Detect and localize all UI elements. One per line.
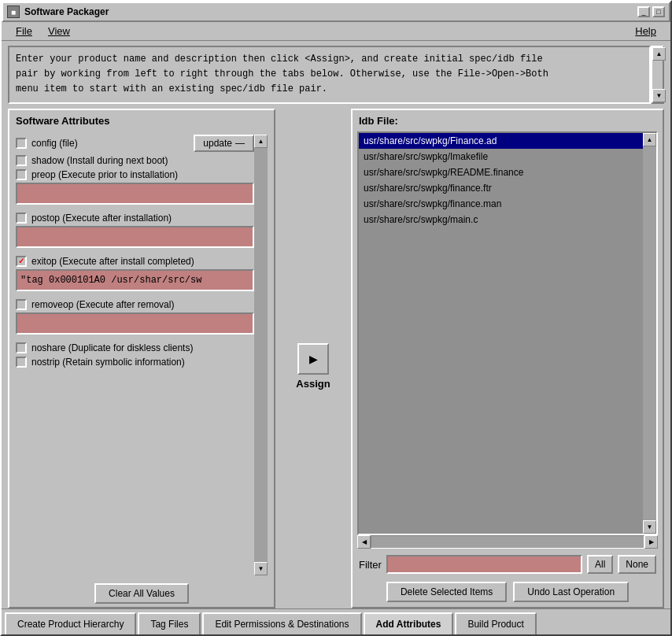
checkbox-postop[interactable] <box>16 213 27 224</box>
label-removeop: removeop (Execute after removal) <box>31 299 174 310</box>
checkbox-config[interactable] <box>16 138 27 149</box>
none-button[interactable]: None <box>618 555 656 574</box>
attr-nostrip-header: nostrip (Retain symbolic information) <box>16 357 254 368</box>
clear-btn-container: Clear All Values <box>9 579 274 607</box>
main-content: Software Attributes config (file) update… <box>2 109 670 608</box>
file-item[interactable]: usr/share/src/swpkg/finance.man <box>359 196 643 212</box>
tab-edit-label: Edit Permissions & Destinations <box>215 619 349 630</box>
tab-tag-files[interactable]: Tag Files <box>138 612 201 634</box>
tab-add-attributes[interactable]: Add Attributes <box>364 612 454 634</box>
all-button[interactable]: All <box>587 555 613 574</box>
file-list-scrollbar: ▲ ▼ <box>643 133 656 534</box>
left-scroll-down[interactable]: ▼ <box>254 562 268 575</box>
left-panel: Software Attributes config (file) update… <box>8 109 275 608</box>
main-window: ■ Software Packager _ □ File View Help E… <box>0 0 672 636</box>
scroll-down-button[interactable]: ▼ <box>652 89 666 102</box>
attr-exitop-header: ✓ exitop (Execute after install complete… <box>16 256 254 267</box>
filter-input[interactable] <box>386 555 582 574</box>
file-item[interactable]: usr/share/src/swpkg/Finance.ad <box>359 133 643 149</box>
scroll-track <box>652 61 663 89</box>
instructions-text: Enter your product name and description … <box>8 46 651 104</box>
title-bar: ■ Software Packager _ □ <box>2 2 670 22</box>
attr-noshare: noshare (Duplicate for diskless clients) <box>16 342 254 353</box>
h-scroll-left[interactable]: ◀ <box>357 535 371 549</box>
attr-removeop-header: removeop (Execute after removal) <box>16 299 254 310</box>
attr-preop-header: preop (Execute prior to installation) <box>16 169 254 180</box>
checkbox-shadow[interactable] <box>16 155 27 166</box>
menu-help[interactable]: Help <box>627 24 664 39</box>
instruction-line2: pair by working from left to right throu… <box>16 68 548 80</box>
panel-content: config (file) update — shadow (Install d… <box>9 131 274 579</box>
file-scroll-down[interactable]: ▼ <box>643 520 656 534</box>
delete-selected-button[interactable]: Delete Selected Items <box>386 582 507 602</box>
file-scroll-up[interactable]: ▲ <box>643 133 656 146</box>
h-scroll-right[interactable]: ▶ <box>644 535 658 549</box>
filter-label: Filter <box>359 559 382 571</box>
label-config: config (file) <box>31 138 78 149</box>
file-item[interactable]: usr/share/src/swpkg/main.c <box>359 212 643 227</box>
file-item[interactable]: usr/share/src/swpkg/Imakefile <box>359 149 643 165</box>
tab-create-label: Create Product Hierarchy <box>17 619 124 630</box>
update-label: update <box>203 138 232 149</box>
checkbox-removeop[interactable] <box>16 299 27 310</box>
assign-label: Assign <box>296 378 330 390</box>
label-nostrip: nostrip (Retain symbolic information) <box>31 357 185 368</box>
label-preop: preop (Execute prior to installation) <box>31 169 178 180</box>
assign-button[interactable]: ▶ <box>297 343 329 375</box>
checkbox-nostrip[interactable] <box>16 357 27 368</box>
attr-postop-header: postop (Execute after installation) <box>16 213 254 224</box>
tab-add-label: Add Attributes <box>376 619 441 630</box>
input-exitop[interactable] <box>16 269 254 291</box>
input-removeop[interactable] <box>16 312 254 335</box>
checkbox-exitop[interactable]: ✓ <box>16 256 27 267</box>
file-item[interactable]: usr/share/src/swpkg/finance.ftr <box>359 180 643 196</box>
file-item[interactable]: usr/share/src/swpkg/README.finance <box>359 165 643 180</box>
scroll-up-button[interactable]: ▲ <box>652 47 666 61</box>
instruction-line3: menu item to start with an existing spec… <box>16 83 327 94</box>
update-icon: — <box>235 138 245 149</box>
menu-file[interactable]: File <box>8 24 40 39</box>
tab-edit-permissions[interactable]: Edit Permissions & Destinations <box>202 612 361 634</box>
attr-config-header: config (file) update — <box>16 135 254 152</box>
label-noshare: noshare (Duplicate for diskless clients) <box>31 342 193 353</box>
file-list-wrapper: usr/share/src/swpkg/Finance.ad usr/share… <box>357 131 658 535</box>
left-panel-scrollbar: ▲ ▼ <box>254 135 268 575</box>
h-scroll-track <box>371 535 644 549</box>
window-title: Software Packager <box>24 6 633 17</box>
minimize-button[interactable]: _ <box>637 6 650 17</box>
checkbox-noshare[interactable] <box>16 342 27 353</box>
left-scroll-up[interactable]: ▲ <box>254 135 268 148</box>
bottom-buttons: Delete Selected Items Undo Last Operatio… <box>353 577 663 607</box>
tab-create-hierarchy[interactable]: Create Product Hierarchy <box>5 612 136 634</box>
attr-preop: preop (Execute prior to installation) <box>16 169 254 209</box>
label-postop: postop (Execute after installation) <box>31 213 172 224</box>
tab-tag-label: Tag Files <box>150 619 188 630</box>
window-controls: _ □ <box>637 6 665 17</box>
instructions-area: Enter your product name and description … <box>8 46 664 104</box>
center-panel: ▶ Assign <box>282 109 345 608</box>
assign-icon: ▶ <box>309 353 318 365</box>
attr-config: config (file) update — <box>16 135 254 152</box>
label-exitop: exitop (Execute after install completed) <box>31 256 194 267</box>
undo-last-button[interactable]: Undo Last Operation <box>513 582 629 602</box>
left-scroll-track <box>254 148 268 562</box>
filter-area: Filter All None <box>353 552 663 577</box>
attributes-list: config (file) update — shadow (Install d… <box>16 135 254 575</box>
maximize-button[interactable]: □ <box>652 6 665 17</box>
file-list: usr/share/src/swpkg/Finance.ad usr/share… <box>359 133 643 534</box>
tab-bar: Create Product Hierarchy Tag Files Edit … <box>2 608 670 634</box>
attr-shadow-header: shadow (Install during next boot) <box>16 155 254 166</box>
input-postop[interactable] <box>16 226 254 248</box>
attr-removeop: removeop (Execute after removal) <box>16 299 254 339</box>
window-icon[interactable]: ■ <box>7 6 20 18</box>
clear-all-button[interactable]: Clear All Values <box>94 583 189 604</box>
file-scroll-track <box>643 146 656 520</box>
menu-view[interactable]: View <box>40 24 78 39</box>
menu-bar: File View Help <box>2 22 670 41</box>
right-panel: Idb File: usr/share/src/swpkg/Finance.ad… <box>351 109 664 608</box>
h-scrollbar: ◀ ▶ <box>357 535 658 549</box>
update-button[interactable]: update — <box>194 135 254 152</box>
input-preop[interactable] <box>16 183 254 205</box>
tab-build-product[interactable]: Build Product <box>455 612 536 634</box>
checkbox-preop[interactable] <box>16 169 27 180</box>
